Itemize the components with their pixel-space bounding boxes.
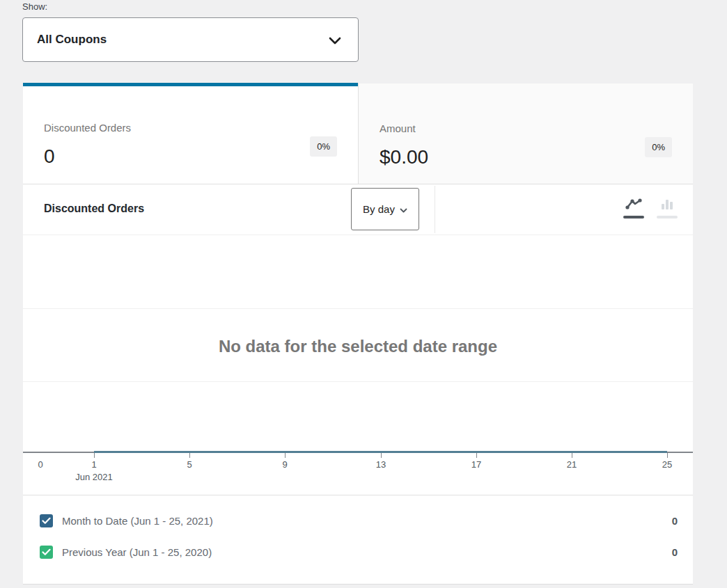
axis-tick-mark [667, 453, 668, 458]
bar-chart-icon-button[interactable] [655, 195, 679, 224]
axis-tick-mark [285, 453, 286, 458]
summary-card-amount[interactable]: Amount $0.00 0% [358, 83, 693, 184]
coupon-filter-value: All Coupons [37, 33, 107, 47]
axis-tick-label: 0 [38, 459, 42, 470]
axis-tick-mark [476, 453, 477, 458]
axis-month-label: Jun 2021 [75, 472, 113, 482]
checked-checkbox-icon[interactable] [40, 514, 53, 527]
legend-item-label: Month to Date (Jun 1 - 25, 2021) [62, 515, 213, 527]
legend-item-total: 0 [672, 546, 678, 558]
axis-tick-mark [381, 453, 382, 458]
summary-card-label: Discounted Orders [44, 122, 337, 134]
legend-item-label: Previous Year (Jun 1 - 25, 2020) [62, 546, 212, 558]
axis-tick-label: 21 [567, 459, 577, 470]
summary-card-value: $0.00 [380, 146, 672, 168]
show-filter-label: Show: [22, 1, 47, 12]
coupons-report-panel: Discounted Orders 0 0% Amount $0.00 0% D… [23, 83, 693, 585]
coupon-filter-dropdown[interactable]: All Coupons [22, 17, 359, 62]
axis-tick-label: 17 [471, 459, 481, 470]
chart-type-toggle [622, 195, 679, 224]
bar-chart-icon [659, 198, 675, 212]
chart-header: Discounted Orders By day [23, 184, 693, 235]
summary-numbers: Discounted Orders 0 0% Amount $0.00 0% [23, 83, 693, 184]
axis-tick-label: 25 [662, 459, 672, 470]
selected-underline [623, 216, 644, 218]
summary-card-delta-badge: 0% [645, 137, 672, 157]
summary-card-discounted-orders[interactable]: Discounted Orders 0 0% [23, 83, 358, 184]
gridline [23, 381, 693, 382]
summary-card-label: Amount [380, 122, 672, 134]
chart-x-axis: 01Jun 20215913172125 [23, 453, 693, 495]
axis-tick-label: 13 [376, 459, 386, 470]
unselected-underline [657, 216, 678, 218]
interval-dropdown[interactable]: By day [351, 188, 419, 230]
axis-tick-mark [572, 453, 572, 458]
axis-tick-label: 5 [187, 459, 191, 470]
line-chart-icon-button[interactable] [622, 195, 646, 224]
chart-legend: Month to Date (Jun 1 - 25, 2021) 0 Previ… [23, 495, 693, 568]
chevron-down-icon [400, 203, 407, 215]
legend-item-month-to-date[interactable]: Month to Date (Jun 1 - 25, 2021) 0 [23, 505, 693, 537]
header-divider [435, 186, 435, 233]
axis-tick-mark [189, 453, 190, 458]
legend-item-previous-year[interactable]: Previous Year (Jun 1 - 25, 2020) 0 [23, 537, 693, 568]
chart-title: Discounted Orders [44, 202, 144, 215]
empty-chart-message: No data for the selected date range [23, 337, 693, 356]
axis-tick-mark [94, 453, 95, 458]
summary-card-delta-badge: 0% [310, 136, 337, 157]
legend-item-total: 0 [672, 515, 678, 527]
interval-dropdown-value: By day [363, 203, 395, 215]
axis-tick-label: 9 [282, 459, 287, 470]
gridline [23, 308, 693, 309]
checked-checkbox-icon[interactable] [40, 546, 53, 559]
summary-card-value: 0 [44, 145, 337, 168]
chevron-down-icon [329, 35, 341, 47]
chart-plot-area[interactable]: No data for the selected date range [23, 235, 693, 453]
line-chart-icon [625, 198, 642, 212]
axis-tick-label: 1 [91, 459, 96, 470]
